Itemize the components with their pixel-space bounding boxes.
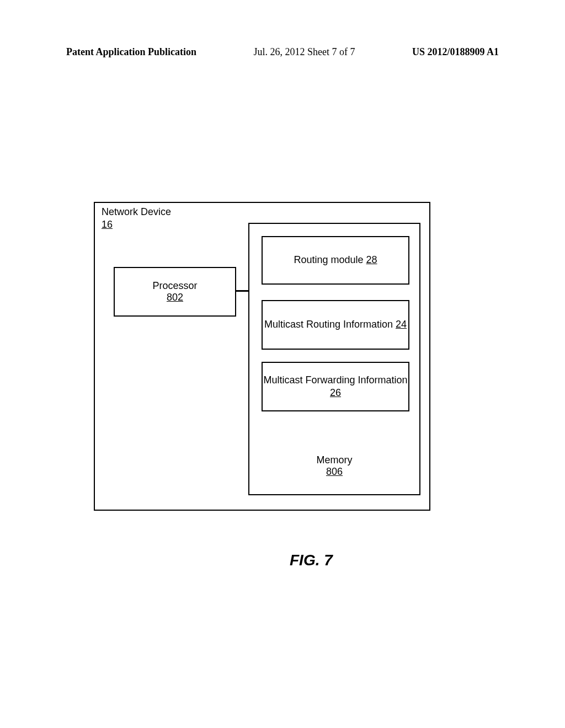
multicast-forwarding-label: Multicast Forwarding Information <box>263 374 407 386</box>
connector-line <box>236 290 248 292</box>
routing-module-box: Routing module 28 <box>262 236 409 285</box>
network-device-box: Network Device 16 Processor 802 Routing … <box>94 202 430 511</box>
memory-box: Routing module 28 Multicast Routing Info… <box>248 223 420 495</box>
network-device-label: Network Device 16 <box>102 206 171 231</box>
memory-label-block: Memory 806 <box>249 454 419 478</box>
device-label-text: Network Device <box>102 206 171 217</box>
header-center: Jul. 26, 2012 Sheet 7 of 7 <box>254 46 355 58</box>
header-left: Patent Application Publication <box>66 46 196 58</box>
multicast-routing-box: Multicast Routing Information 24 <box>262 300 409 350</box>
memory-ref-number: 806 <box>249 466 419 478</box>
multicast-forwarding-ref: 26 <box>330 387 341 398</box>
page-header: Patent Application Publication Jul. 26, … <box>66 46 499 58</box>
header-right: US 2012/0188909 A1 <box>412 46 499 58</box>
routing-module-ref: 28 <box>366 254 377 265</box>
multicast-forwarding-text: Multicast Forwarding Information 26 <box>263 374 408 400</box>
figure-caption: FIG. 7 <box>290 552 333 569</box>
routing-module-label: Routing module <box>294 254 363 265</box>
multicast-forwarding-box: Multicast Forwarding Information 26 <box>262 362 409 411</box>
processor-ref-number: 802 <box>167 292 183 303</box>
memory-label-text: Memory <box>316 454 352 465</box>
routing-module-text: Routing module 28 <box>294 254 377 266</box>
multicast-routing-ref: 24 <box>396 319 407 330</box>
processor-box: Processor 802 <box>114 267 236 317</box>
processor-label: Processor <box>152 280 197 292</box>
multicast-routing-text: Multicast Routing Information 24 <box>264 318 407 331</box>
device-ref-number: 16 <box>102 219 171 231</box>
multicast-routing-label: Multicast Routing Information <box>264 319 393 330</box>
